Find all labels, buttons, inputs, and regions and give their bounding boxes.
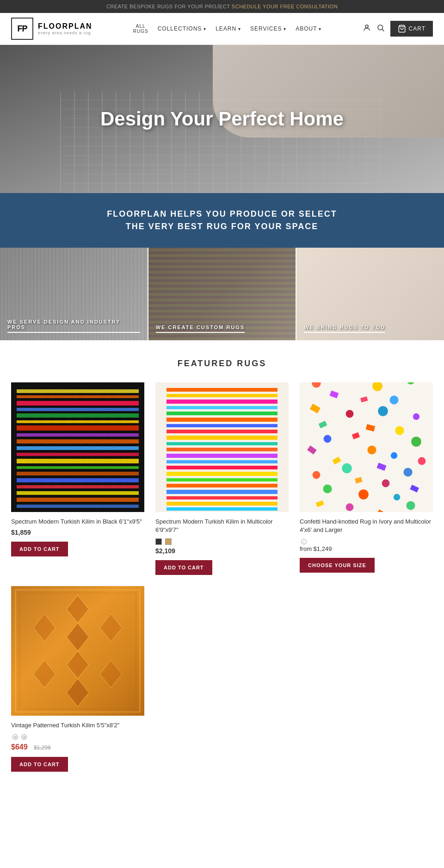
svg-point-70 bbox=[418, 457, 426, 465]
svg-rect-29 bbox=[166, 400, 278, 404]
nav-all-rugs[interactable]: ALL RUGS bbox=[133, 24, 148, 34]
panel-3-label: WE BRING RUGS TO YOU bbox=[304, 325, 385, 333]
add-to-cart-button-4[interactable]: ADD TO CART bbox=[11, 757, 68, 772]
svg-rect-35 bbox=[166, 436, 278, 440]
svg-rect-38 bbox=[166, 454, 278, 458]
three-panels: WE SERVE DESIGN AND INDUSTRY PROS WE CRE… bbox=[0, 248, 444, 340]
svg-rect-47 bbox=[166, 507, 278, 511]
rugs-grid: Spectrum Modern Turkish Kilim in Black 6… bbox=[11, 382, 433, 575]
svg-rect-34 bbox=[166, 430, 278, 433]
svg-rect-33 bbox=[166, 424, 278, 427]
add-to-cart-button-1[interactable]: ADD TO CART bbox=[11, 542, 68, 556]
rug-title-2: Spectrum Modern Turkish Kilim in Multico… bbox=[155, 518, 289, 534]
svg-point-55 bbox=[389, 395, 398, 404]
svg-rect-45 bbox=[166, 496, 278, 500]
rug-pricing-4: $649 $1,298 bbox=[11, 743, 144, 751]
panel-2-label: WE CREATE CUSTOM RUGS bbox=[156, 325, 245, 333]
rug4-info-icon-1[interactable]: ⊞ bbox=[12, 734, 18, 740]
rug-image-1 bbox=[11, 382, 144, 512]
featured-rugs-section: FEATURED RUGS bbox=[0, 340, 444, 790]
rug1-visual bbox=[11, 382, 144, 512]
nav-collections[interactable]: COLLECTIONS bbox=[158, 25, 206, 32]
svg-point-58 bbox=[378, 406, 388, 416]
nav-links: ALL RUGS COLLECTIONS LEARN SERVICES ABOU… bbox=[133, 24, 322, 34]
nav-services[interactable]: SERVICES bbox=[250, 25, 286, 32]
svg-point-65 bbox=[411, 437, 421, 447]
user-icon[interactable] bbox=[363, 24, 371, 34]
rug-image-3 bbox=[300, 382, 433, 512]
svg-rect-24 bbox=[17, 389, 139, 507]
nav-learn[interactable]: LEARN bbox=[216, 25, 241, 32]
blue-banner-line2: THE VERY BEST RUG FOR YOUR SPACE bbox=[9, 220, 435, 233]
rug-sale-price-4: $649 bbox=[11, 743, 28, 751]
panel-custom[interactable]: WE CREATE CUSTOM RUGS bbox=[148, 248, 297, 340]
rug-title-3: Confetti Hand-knotted Rug in Ivory and M… bbox=[300, 518, 433, 534]
banner-link[interactable]: SCHEDULE YOUR FREE CONSULTATION bbox=[232, 4, 338, 9]
panel-design[interactable]: WE SERVE DESIGN AND INDUSTRY PROS bbox=[0, 248, 148, 340]
svg-point-57 bbox=[346, 410, 354, 418]
cart-button[interactable]: CART bbox=[390, 21, 433, 37]
rug4-swatches: ⊞ ⊞ bbox=[11, 733, 144, 741]
rug4-info-icon-2[interactable]: ⊞ bbox=[21, 734, 27, 740]
rug-image-4 bbox=[11, 586, 144, 716]
main-nav: FP FLOORPLAN every area needs a rug ALL … bbox=[0, 13, 444, 45]
rug-title-4: Vintage Patterned Turkish Kilim 5'5"x8'2… bbox=[11, 721, 144, 730]
svg-point-71 bbox=[342, 463, 352, 474]
logo-initials: FP bbox=[17, 24, 27, 34]
rug-card-1: Spectrum Modern Turkish Kilim in Black 6… bbox=[11, 382, 144, 575]
svg-point-76 bbox=[382, 480, 390, 487]
second-rug-row: Vintage Patterned Turkish Kilim 5'5"x8'2… bbox=[11, 586, 433, 771]
rug-price-2: $2,109 bbox=[155, 547, 289, 555]
svg-rect-42 bbox=[166, 478, 278, 481]
rug-card-2: Spectrum Modern Turkish Kilim in Multico… bbox=[155, 382, 289, 575]
svg-rect-41 bbox=[166, 472, 278, 476]
rug-image-2 bbox=[155, 382, 289, 512]
hero-section: Design Your Perfect Home bbox=[0, 45, 444, 193]
color-swatch-tan bbox=[165, 538, 172, 545]
svg-rect-39 bbox=[166, 460, 278, 463]
rug2-visual bbox=[155, 382, 289, 512]
svg-rect-30 bbox=[166, 406, 278, 409]
svg-point-73 bbox=[313, 471, 321, 479]
rug-price-1: $1,859 bbox=[11, 529, 144, 536]
svg-rect-40 bbox=[166, 466, 278, 469]
rug-card-3: Confetti Hand-knotted Rug in Ivory and M… bbox=[300, 382, 433, 575]
cart-label: CART bbox=[409, 25, 426, 32]
svg-point-63 bbox=[324, 435, 332, 443]
hero-headline: Design Your Perfect Home bbox=[100, 108, 344, 130]
panel-1-label: WE SERVE DESIGN AND INDUSTRY PROS bbox=[7, 319, 140, 333]
top-banner: CREATE BESPOKE RUGS FOR YOUR PROJECT SCH… bbox=[0, 0, 444, 13]
choose-size-button-3[interactable]: CHOOSE YOUR SIZE bbox=[300, 558, 375, 573]
search-icon[interactable] bbox=[376, 24, 385, 34]
nav-about[interactable]: ABOUT bbox=[296, 25, 321, 32]
svg-point-59 bbox=[413, 413, 419, 420]
svg-point-83 bbox=[406, 501, 415, 510]
panel-bring[interactable]: WE BRING RUGS TO YOU bbox=[296, 248, 444, 340]
rug-price-3: from $1,249 bbox=[300, 545, 433, 552]
banner-text: CREATE BESPOKE RUGS FOR YOUR PROJECT bbox=[106, 4, 230, 9]
featured-rugs-title: FEATURED RUGS bbox=[11, 359, 433, 368]
svg-point-67 bbox=[367, 445, 376, 454]
logo-area: FP FLOORPLAN every area needs a rug bbox=[11, 18, 92, 40]
svg-rect-43 bbox=[166, 484, 278, 487]
svg-rect-44 bbox=[166, 490, 278, 494]
svg-line-2 bbox=[382, 29, 384, 31]
rug3-info-icon[interactable]: i bbox=[301, 539, 307, 544]
logo-name: FLOORPLAN bbox=[38, 22, 92, 31]
svg-point-0 bbox=[365, 25, 368, 28]
color-swatch-dark bbox=[155, 538, 162, 545]
svg-rect-36 bbox=[166, 442, 278, 445]
svg-rect-27 bbox=[166, 388, 278, 392]
svg-point-68 bbox=[391, 452, 397, 459]
blue-banner-line1: FLOORPLAN HELPS YOU PRODUCE OR SELECT bbox=[9, 208, 435, 220]
blue-banner: FLOORPLAN HELPS YOU PRODUCE OR SELECT TH… bbox=[0, 193, 444, 248]
svg-rect-37 bbox=[166, 448, 278, 451]
hero-rug bbox=[60, 91, 384, 193]
svg-point-77 bbox=[323, 484, 332, 493]
svg-rect-28 bbox=[166, 394, 278, 397]
logo-tagline: every area needs a rug bbox=[38, 31, 92, 35]
svg-rect-46 bbox=[166, 502, 278, 506]
add-to-cart-button-2[interactable]: ADD TO CART bbox=[155, 560, 212, 575]
logo-box[interactable]: FP bbox=[11, 18, 33, 40]
svg-rect-32 bbox=[166, 418, 278, 422]
